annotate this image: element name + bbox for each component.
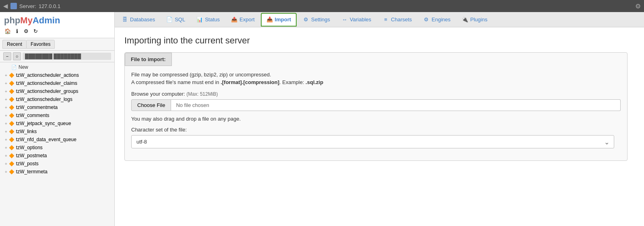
tab-plugins[interactable]: 🔌 Plugins (456, 13, 493, 27)
tab-import[interactable]: 📥 Import (261, 13, 297, 27)
list-item[interactable]: + 🔶 tzW_actionscheduler_groups (0, 87, 114, 95)
server-label: Server: (19, 3, 36, 9)
variables-icon: ↔ (341, 16, 348, 23)
table-icon: 🔶 (9, 137, 14, 142)
info-icon[interactable]: ℹ (13, 27, 21, 35)
info-example-bold: .sql.zip (305, 79, 323, 85)
list-item[interactable]: + 🔶 tzW_commentmeta (0, 103, 114, 111)
engines-icon: ⚙ (423, 16, 429, 23)
back-button[interactable]: ◀ (3, 2, 8, 10)
new-item-label: New (19, 64, 28, 70)
db-header: ████████ ████████ (23, 53, 111, 60)
item-label: tzW_nfd_data_event_queue (16, 137, 76, 142)
table-icon: 🔶 (9, 105, 14, 110)
tab-settings[interactable]: ⚙ Settings (297, 13, 335, 27)
table-icon: 🔶 (9, 153, 14, 158)
section-header: File to import: (125, 53, 172, 66)
page-content: Importing into the current server File t… (115, 27, 644, 226)
list-item[interactable]: + 🔶 tzW_postmeta (0, 152, 114, 160)
import-section: File to import: File may be compressed (… (124, 52, 627, 161)
charset-label: Character set of the file: (131, 127, 621, 133)
table-icon: 🔶 (9, 113, 14, 118)
tab-sql[interactable]: 📄 SQL (161, 13, 190, 27)
tab-charsets[interactable]: ≡ Charsets (377, 13, 417, 27)
item-label: tzW_actionscheduler_claims (16, 80, 77, 86)
tab-sql-label: SQL (175, 16, 185, 23)
info-line2-prefix: A compressed file's name must end in (131, 79, 221, 85)
list-item[interactable]: + 🔶 tzW_options (0, 144, 114, 152)
server-icon (10, 3, 17, 9)
settings-nav-icon: ⚙ (303, 16, 309, 23)
status-icon: 📊 (196, 16, 203, 23)
list-item[interactable]: + 🔶 tzW_termmeta (0, 168, 114, 176)
expand-button[interactable]: ○ (13, 52, 21, 60)
tab-plugins-label: Plugins (470, 16, 487, 23)
table-icon: 🔶 (9, 145, 14, 150)
item-label: tzW_actionscheduler_groups (16, 88, 78, 94)
expand-icon: + (5, 146, 7, 150)
tab-status[interactable]: 📊 Status (191, 13, 225, 27)
item-label: tzW_jetpack_sync_queue (16, 121, 71, 126)
browse-label: Browse your computer: (Max: 512MiB) (131, 91, 621, 97)
list-item[interactable]: + 🔶 tzW_actionscheduler_logs (0, 95, 114, 103)
item-label: tzW_links (16, 129, 37, 134)
file-input-row: Choose File No file chosen (131, 99, 621, 111)
sidebar-tree: 📄 New + 🔶 tzW_actionscheduler_actions + … (0, 62, 114, 226)
tab-export[interactable]: 📤 Export (226, 13, 260, 27)
expand-icon: + (5, 81, 7, 86)
tab-charsets-label: Charsets (391, 16, 412, 23)
home-icon[interactable]: 🏠 (4, 27, 11, 35)
drag-drop-text: You may also drag and drop a file on any… (131, 116, 621, 122)
choose-file-button[interactable]: Choose File (131, 99, 171, 111)
item-label: tzW_comments (16, 113, 50, 118)
expand-icon: + (5, 97, 7, 102)
list-item[interactable]: + 🔶 tzW_links (0, 127, 114, 136)
tab-settings-label: Settings (311, 16, 330, 23)
item-label: tzW_postmeta (16, 153, 47, 158)
max-size-text: (Max: 512MiB) (186, 91, 218, 97)
list-item[interactable]: + 🔶 tzW_actionscheduler_actions (0, 71, 114, 79)
expand-icon: + (5, 121, 7, 126)
settings-icon[interactable]: ⚙ (635, 3, 641, 10)
table-icon: 🔶 (9, 97, 14, 102)
export-icon: 📤 (231, 16, 237, 23)
expand-icon: + (5, 113, 7, 118)
list-item[interactable]: + 🔶 tzW_jetpack_sync_queue (0, 119, 114, 127)
sidebar-tab-favorites[interactable]: Favorites (26, 40, 55, 49)
top-bar: ◀ Server: 127.0.0.1 ⚙ (0, 0, 644, 12)
new-database-item[interactable]: 📄 New (0, 63, 114, 71)
item-label: tzW_posts (16, 161, 39, 166)
item-label: tzW_commentmeta (16, 105, 58, 110)
expand-icon: + (5, 154, 7, 158)
tab-engines-label: Engines (431, 16, 450, 23)
content-area: 🗄 Databases 📄 SQL 📊 Status 📤 Export 📥 Im… (115, 12, 644, 226)
expand-icon: + (5, 162, 7, 166)
tab-databases[interactable]: 🗄 Databases (116, 13, 160, 27)
list-item[interactable]: + 🔶 tzW_comments (0, 111, 114, 119)
tab-export-label: Export (239, 16, 255, 23)
logo-admin: Admin (33, 15, 60, 25)
tab-status-label: Status (205, 16, 220, 23)
table-icon: 🔶 (9, 121, 14, 126)
table-icon: 🔶 (9, 73, 14, 78)
table-icon: 🔶 (9, 89, 14, 94)
charset-select[interactable]: utf-8 utf-16 latin1 ascii utf-32 (131, 135, 614, 148)
tab-engines[interactable]: ⚙ Engines (418, 13, 456, 27)
list-item[interactable]: + 🔶 tzW_nfd_data_event_queue (0, 136, 114, 144)
tab-import-label: Import (275, 16, 291, 23)
item-label: tzW_termmeta (16, 169, 47, 175)
sidebar-tab-recent[interactable]: Recent (2, 40, 26, 49)
charsets-icon: ≡ (382, 16, 389, 23)
tab-variables-label: Variables (350, 16, 371, 23)
tab-variables[interactable]: ↔ Variables (336, 13, 376, 27)
settings-sidebar-icon[interactable]: ⚙ (23, 27, 30, 35)
sidebar-controls: − ○ ████████ ████████ (0, 51, 114, 62)
list-item[interactable]: + 🔶 tzW_actionscheduler_claims (0, 79, 114, 87)
refresh-icon[interactable]: ↻ (32, 27, 39, 35)
server-name: 127.0.0.1 (39, 3, 60, 9)
list-item[interactable]: + 🔶 tzW_posts (0, 160, 114, 168)
plugins-icon: 🔌 (462, 16, 468, 23)
nav-tabs: 🗄 Databases 📄 SQL 📊 Status 📤 Export 📥 Im… (115, 12, 644, 27)
collapse-button[interactable]: − (3, 52, 11, 60)
item-label: tzW_actionscheduler_actions (16, 72, 79, 78)
